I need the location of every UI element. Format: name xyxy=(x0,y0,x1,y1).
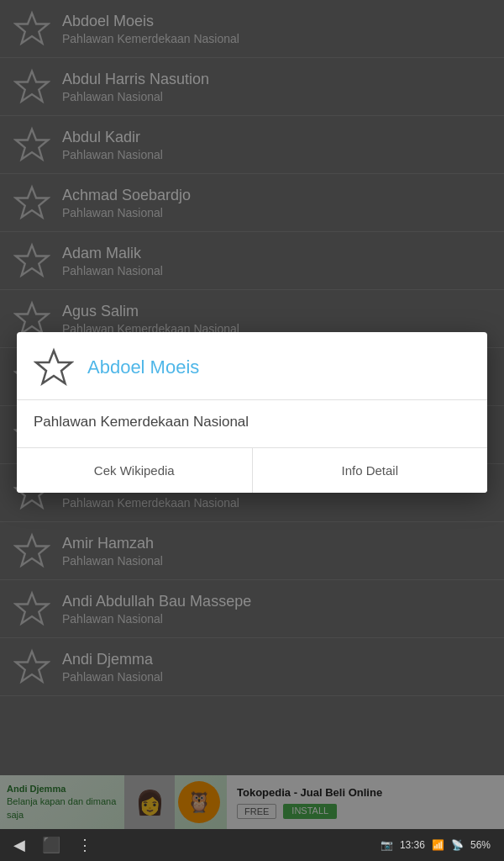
dialog-header: Abdoel Moeis xyxy=(17,332,487,400)
dialog-overlay: Abdoel Moeis Pahlawan Kemerdekaan Nasion… xyxy=(0,0,504,861)
hero-dialog: Abdoel Moeis Pahlawan Kemerdekaan Nasion… xyxy=(17,332,487,493)
status-right: 📷 13:36 📶 📡 56% xyxy=(381,839,491,851)
wifi-icon: 📶 xyxy=(432,839,444,851)
status-bar: ◀ ⬛ ⋮ 📷 13:36 📶 📡 56% xyxy=(0,829,504,861)
back-button[interactable]: ◀ xyxy=(13,836,25,854)
svg-marker-12 xyxy=(36,351,71,383)
dialog-body: Pahlawan Kemerdekaan Nasional xyxy=(17,400,487,448)
battery-level: 56% xyxy=(470,839,491,851)
cek-wikipedia-button[interactable]: Cek Wikipedia xyxy=(17,448,253,493)
signal-icon: 📡 xyxy=(451,839,464,851)
dialog-actions: Cek Wikipedia Info Detail xyxy=(17,448,487,493)
nav-buttons: ◀ ⬛ ⋮ xyxy=(13,836,92,854)
menu-button[interactable]: ⋮ xyxy=(77,836,92,854)
camera-icon: 📷 xyxy=(381,839,393,851)
dialog-hero-category: Pahlawan Kemerdekaan Nasional xyxy=(34,414,249,430)
dialog-hero-name: Abdoel Moeis xyxy=(87,357,199,378)
info-detail-button[interactable]: Info Detail xyxy=(253,448,488,493)
dialog-star-icon xyxy=(34,347,74,388)
home-button[interactable]: ⬛ xyxy=(42,836,60,854)
clock-time: 13:36 xyxy=(400,839,425,851)
